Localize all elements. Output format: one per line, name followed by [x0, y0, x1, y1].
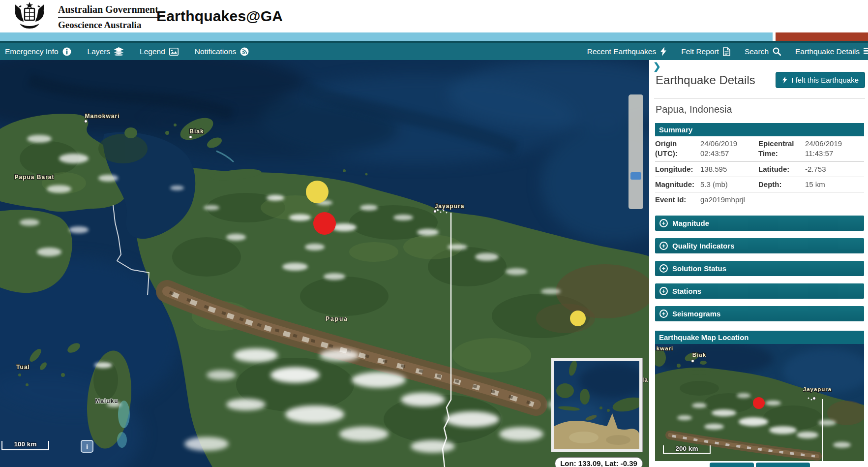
nav-legend[interactable]: Legend — [140, 47, 179, 56]
epicentral-value: 24/06/2019 11:43:57 — [805, 139, 864, 159]
lightning-icon — [782, 76, 787, 84]
earthquakes-ga-app: Australian Government Geoscience Austral… — [0, 0, 868, 467]
nav-search-label: Search — [745, 47, 769, 56]
depth-value: 15 km — [805, 180, 864, 189]
map-scale-label: 100 km — [2, 440, 48, 448]
accordion-magnitude-label: Magnitude — [672, 219, 709, 227]
agency-title: Geoscience Australia — [58, 20, 160, 31]
australian-coat-of-arms-icon — [7, 1, 52, 31]
accordion-quality-indicators[interactable]: Quality Indicators — [655, 238, 864, 253]
map-location-header: Earthquake Map Location — [655, 331, 864, 344]
accordion-solution-status[interactable]: Solution Status — [655, 261, 864, 276]
map-label-papua: Papua — [326, 315, 348, 322]
earthquake-marker-yellow-2[interactable] — [570, 311, 586, 326]
nav-notifications[interactable]: Notifications — [195, 47, 249, 56]
minimap-scale-label: 200 km — [664, 445, 710, 452]
latitude-label: Latitude: — [758, 164, 805, 174]
map-label-tual: Tual — [16, 364, 30, 371]
nav-layers[interactable]: Layers — [88, 47, 124, 56]
epicentral-label: Epicentral Time: — [758, 139, 805, 159]
accordion-magnitude[interactable]: Magnitude — [655, 216, 864, 231]
minimap-dot-jayapura — [812, 397, 816, 400]
map-label-biak: Biak — [189, 128, 204, 135]
minimap-action-button-2[interactable] — [756, 463, 810, 467]
accordion-seismograms[interactable]: Seismograms — [655, 306, 864, 321]
nav-felt-report-label: Felt Report — [681, 47, 719, 56]
branding-divider — [58, 17, 160, 18]
lightning-icon — [660, 47, 667, 56]
nav-earthquake-details[interactable]: Earthquake Details — [795, 47, 867, 56]
government-title: Australian Government — [58, 4, 160, 15]
minimap-label-jayapura: Jayapura — [803, 386, 832, 392]
minimap-border-line — [822, 399, 823, 461]
summary-header: Summary — [655, 123, 864, 136]
map-scale-bar: 100 km — [1, 441, 49, 450]
accordion-stations-label: Stations — [672, 287, 701, 295]
panel-collapse-chevron-icon[interactable]: ❯ — [653, 61, 661, 72]
map-zoom-scrollbar[interactable] — [629, 94, 643, 209]
summary-row-origin: Origin (UTC): 24/06/2019 02:43:57 Epicen… — [655, 136, 864, 162]
map-dot-biak — [189, 135, 192, 139]
magnitude-label: Magnitude: — [655, 180, 700, 189]
latitude-value: -2.753 — [805, 164, 864, 174]
map-info-glyph: i — [86, 442, 88, 451]
event-id-value: ga2019mhprjl — [700, 195, 864, 204]
earthquake-marker-selected[interactable] — [313, 212, 336, 235]
nav-notifications-label: Notifications — [195, 47, 236, 56]
nav-felt-report[interactable]: Felt Report — [681, 47, 730, 56]
summary-row-magdepth: Magnitude: 5.3 (mb) Depth: 15 km — [655, 177, 864, 192]
main-navbar: Emergency Info Layers Legend — [0, 41, 868, 60]
legend-image-icon — [169, 48, 179, 56]
map-label-jayapura: Jayapura — [435, 203, 465, 210]
accordion-seismograms-label: Seismograms — [672, 310, 720, 318]
event-id-label: Event Id: — [655, 195, 700, 204]
nav-emergency-info[interactable]: Emergency Info — [5, 47, 71, 56]
layers-icon — [114, 47, 123, 56]
navbar-left-group: Emergency Info Layers Legend — [0, 47, 249, 56]
nav-legend-label: Legend — [140, 47, 165, 56]
panel-divider — [654, 98, 865, 99]
navbar-right-group: Recent Earthquakes Felt Report Search — [587, 47, 868, 56]
nav-search[interactable]: Search — [745, 47, 781, 56]
nav-recent-earthquakes[interactable]: Recent Earthquakes — [587, 47, 667, 56]
main-map[interactable]: Manokwari Biak Papua Barat Jayapura Papu… — [0, 60, 649, 467]
expand-plus-icon — [659, 287, 668, 295]
felt-earthquake-button[interactable]: I felt this Earthquake — [776, 72, 865, 88]
nav-layers-label: Layers — [88, 47, 111, 56]
nav-emergency-info-label: Emergency Info — [5, 47, 59, 56]
government-branding: Australian Government Geoscience Austral… — [58, 4, 160, 31]
map-dot-jayapura — [433, 210, 437, 213]
expand-plus-icon — [659, 310, 668, 318]
minimap-label-biak: Biak — [692, 352, 706, 358]
map-info-button[interactable]: i — [81, 440, 93, 453]
rss-icon — [240, 47, 249, 56]
map-label-maluku: Maluku — [95, 398, 118, 405]
map-label-manokwari: Manokwari — [85, 113, 120, 120]
strip-blue-segment — [0, 32, 773, 41]
overview-inset-terrain — [554, 361, 639, 449]
minimap-action-button-1[interactable] — [710, 463, 754, 467]
overview-inset-map[interactable] — [551, 358, 642, 452]
felt-earthquake-button-label: I felt this Earthquake — [791, 76, 859, 84]
summary-row-event-id: Event Id: ga2019mhprjl — [655, 192, 864, 207]
earthquake-details-panel: ❯ Earthquake Details I felt this Earthqu… — [649, 60, 868, 467]
strip-red-segment — [776, 32, 868, 41]
origin-label: Origin (UTC): — [655, 139, 700, 159]
document-icon — [723, 47, 730, 56]
map-zoom-scrollbar-thumb[interactable] — [630, 172, 641, 180]
magnitude-value: 5.3 (mb) — [700, 180, 758, 189]
earthquake-location-minimap[interactable]: kwari Biak Jayapura 200 km — [655, 344, 864, 461]
minimap-dot-biak — [691, 359, 694, 363]
longitude-value: 138.595 — [700, 164, 758, 174]
magnifier-icon — [773, 47, 781, 56]
cursor-coordinates: Lon: 133.09, Lat: -0.39 — [555, 457, 643, 467]
panel-title: Earthquake Details — [656, 73, 755, 87]
origin-value: 24/06/2019 02:43:57 — [700, 139, 758, 159]
longitude-label: Longitude: — [655, 164, 700, 174]
summary-row-lonlat: Longitude: 138.595 Latitude: -2.753 — [655, 162, 864, 177]
earthquake-marker-yellow[interactable] — [306, 181, 329, 203]
nav-recent-earthquakes-label: Recent Earthquakes — [587, 47, 656, 56]
minimap-epicenter-marker — [753, 397, 765, 409]
accordion-quality-indicators-label: Quality Indicators — [672, 242, 735, 250]
accordion-stations[interactable]: Stations — [655, 283, 864, 299]
